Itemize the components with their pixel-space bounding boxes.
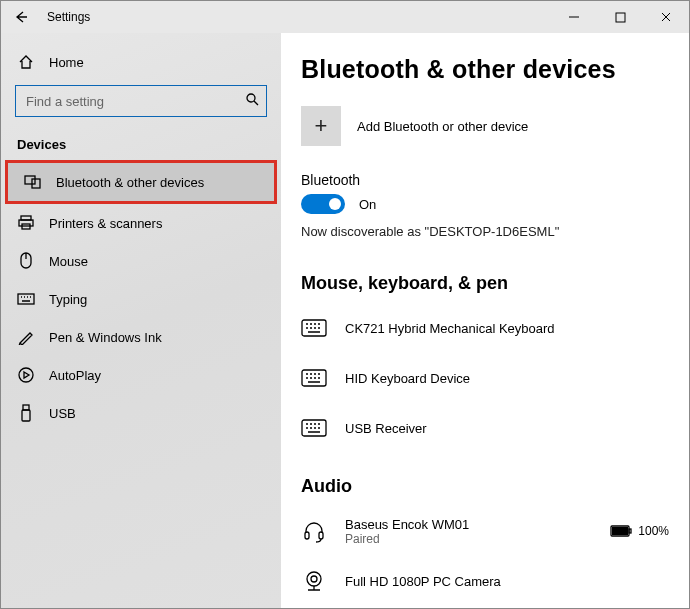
pen-icon [17, 328, 35, 346]
content-pane: Bluetooth & other devices + Add Bluetoot… [281, 33, 689, 608]
svg-rect-11 [22, 410, 30, 421]
sidebar-item-label: Typing [49, 292, 87, 307]
sidebar-item-label: Pen & Windows Ink [49, 330, 162, 345]
svg-point-20 [307, 572, 321, 586]
autoplay-icon [17, 366, 35, 384]
battery-indicator: 100% [610, 524, 669, 538]
svg-rect-2 [25, 176, 35, 184]
device-row[interactable]: USB Receiver [301, 406, 669, 450]
device-name: Full HD 1080P PC Camera [345, 574, 501, 589]
camera-icon [301, 570, 327, 592]
close-button[interactable] [643, 1, 689, 33]
headset-icon [301, 520, 327, 542]
bluetooth-label: Bluetooth [301, 172, 669, 188]
search-icon [246, 93, 259, 109]
sidebar-item-label: Mouse [49, 254, 88, 269]
device-status: Paired [345, 532, 469, 546]
keyboard-icon [17, 290, 35, 308]
device-row[interactable]: Baseus Encok WM01 Paired 100% [301, 509, 669, 553]
add-device-label: Add Bluetooth or other device [357, 119, 528, 134]
printer-icon [17, 214, 35, 232]
keyboard-icon [301, 367, 327, 389]
section-heading-audio: Audio [301, 476, 669, 497]
plus-icon: + [301, 106, 341, 146]
minimize-icon [568, 11, 580, 23]
bluetooth-toggle[interactable] [301, 194, 345, 214]
toggle-knob [329, 198, 341, 210]
svg-rect-0 [616, 13, 625, 22]
maximize-button[interactable] [597, 1, 643, 33]
sidebar-item-pen[interactable]: Pen & Windows Ink [1, 318, 281, 356]
add-device-row[interactable]: + Add Bluetooth or other device [301, 106, 669, 146]
home-icon [17, 53, 35, 71]
minimize-button[interactable] [551, 1, 597, 33]
device-name: HID Keyboard Device [345, 371, 470, 386]
sidebar-item-label: Bluetooth & other devices [56, 175, 204, 190]
device-name: USB Receiver [345, 421, 427, 436]
search-input[interactable] [15, 85, 267, 117]
sidebar-item-typing[interactable]: Typing [1, 280, 281, 318]
sidebar-item-usb[interactable]: USB [1, 394, 281, 432]
svg-rect-18 [629, 529, 631, 533]
sidebar-item-mouse[interactable]: Mouse [1, 242, 281, 280]
arrow-left-icon [14, 10, 28, 24]
svg-rect-15 [305, 532, 309, 539]
svg-rect-8 [18, 294, 34, 304]
svg-rect-19 [612, 527, 628, 535]
usb-icon [17, 404, 35, 422]
svg-rect-16 [319, 532, 323, 539]
battery-icon [610, 525, 632, 537]
device-row[interactable]: HID Keyboard Device [301, 356, 669, 400]
maximize-icon [615, 12, 626, 23]
svg-point-9 [19, 368, 33, 382]
sidebar-section-label: Devices [1, 127, 281, 160]
sidebar-home[interactable]: Home [1, 43, 281, 81]
sidebar-item-autoplay[interactable]: AutoPlay [1, 356, 281, 394]
battery-percent: 100% [638, 524, 669, 538]
svg-point-1 [247, 94, 255, 102]
device-name: Baseus Encok WM01 [345, 517, 469, 532]
page-title: Bluetooth & other devices [301, 55, 669, 84]
toggle-state-label: On [359, 197, 376, 212]
sidebar-item-label: Printers & scanners [49, 216, 162, 231]
keyboard-icon [301, 417, 327, 439]
sidebar-item-label: AutoPlay [49, 368, 101, 383]
back-button[interactable] [1, 1, 41, 33]
discoverable-text: Now discoverable as "DESKTOP-1D6ESML" [301, 224, 669, 239]
section-heading-mouse: Mouse, keyboard, & pen [301, 273, 669, 294]
titlebar: Settings [1, 1, 689, 33]
sidebar-home-label: Home [49, 55, 84, 70]
device-row[interactable]: Full HD 1080P PC Camera [301, 559, 669, 603]
svg-rect-5 [19, 220, 33, 226]
close-icon [660, 11, 672, 23]
sidebar-item-label: USB [49, 406, 76, 421]
svg-rect-10 [23, 405, 29, 410]
window-title: Settings [47, 10, 90, 24]
mouse-icon [17, 252, 35, 270]
window-controls [551, 1, 689, 33]
devices-icon [24, 173, 42, 191]
sidebar: Home Devices Bluetooth & other devices P… [1, 33, 281, 608]
keyboard-icon [301, 317, 327, 339]
sidebar-item-bluetooth[interactable]: Bluetooth & other devices [5, 160, 277, 204]
sidebar-item-printers[interactable]: Printers & scanners [1, 204, 281, 242]
search-container [1, 81, 281, 127]
device-row[interactable]: CK721 Hybrid Mechanical Keyboard [301, 306, 669, 350]
device-name: CK721 Hybrid Mechanical Keyboard [345, 321, 555, 336]
svg-point-21 [311, 576, 317, 582]
